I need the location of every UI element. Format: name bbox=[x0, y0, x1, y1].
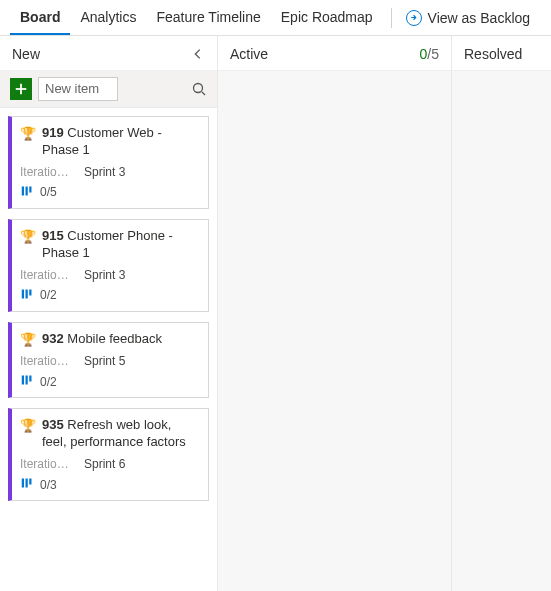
card-title-row: 🏆 932 Mobile feedback bbox=[20, 331, 198, 349]
svg-rect-6 bbox=[22, 289, 24, 298]
card-meta-row: Iteration … Sprint 5 bbox=[20, 354, 198, 368]
column-new-header: New bbox=[0, 36, 217, 70]
card-id: 932 bbox=[42, 331, 64, 346]
svg-rect-12 bbox=[22, 479, 24, 488]
card-field-label: Iteration … bbox=[20, 457, 74, 471]
card-field-value: Sprint 6 bbox=[84, 457, 125, 471]
column-resolved-body[interactable] bbox=[452, 70, 551, 591]
epic-trophy-icon: 🏆 bbox=[20, 229, 36, 246]
new-item-input[interactable]: New item bbox=[38, 77, 118, 101]
tab-analytics[interactable]: Analytics bbox=[70, 0, 146, 35]
cards-list-new: 🏆 919 Customer Web - Phase 1 Iteration …… bbox=[0, 108, 217, 509]
column-active: Active 0/5 bbox=[218, 36, 452, 591]
column-resolved-title: Resolved bbox=[464, 46, 522, 62]
wip-limit-badge: 0/5 bbox=[420, 46, 439, 62]
column-resolved: Resolved bbox=[452, 36, 551, 591]
card-field-value: Sprint 3 bbox=[84, 165, 125, 179]
column-active-body[interactable] bbox=[218, 70, 451, 591]
card-progress: 0/3 bbox=[40, 478, 57, 492]
card-field-value: Sprint 5 bbox=[84, 354, 125, 368]
card-progress-row: 0/2 bbox=[20, 374, 198, 389]
svg-rect-13 bbox=[26, 479, 28, 488]
epic-trophy-icon: 🏆 bbox=[20, 332, 36, 349]
arrow-right-circle-icon bbox=[406, 10, 422, 26]
svg-rect-10 bbox=[26, 376, 28, 385]
board-column-icon bbox=[20, 288, 34, 303]
svg-rect-1 bbox=[16, 88, 27, 90]
chevron-left-icon[interactable] bbox=[191, 47, 205, 61]
card-id: 919 bbox=[42, 125, 64, 140]
card-field-label: Iteration … bbox=[20, 165, 74, 179]
tabs-left: Board Analytics Feature Timeline Epic Ro… bbox=[10, 0, 383, 35]
svg-rect-11 bbox=[29, 376, 31, 382]
svg-point-2 bbox=[194, 83, 203, 92]
column-active-title: Active bbox=[230, 46, 268, 62]
wip-limit: /5 bbox=[427, 46, 439, 62]
card-field-label: Iteration … bbox=[20, 354, 74, 368]
column-active-header: Active 0/5 bbox=[218, 36, 451, 70]
card-meta-row: Iteration … Sprint 6 bbox=[20, 457, 198, 471]
card-915[interactable]: 🏆 915 Customer Phone - Phase 1 Iteration… bbox=[8, 219, 209, 312]
svg-rect-14 bbox=[29, 479, 31, 485]
svg-rect-9 bbox=[22, 376, 24, 385]
card-field-value: Sprint 3 bbox=[84, 268, 125, 282]
svg-rect-3 bbox=[22, 186, 24, 195]
svg-rect-7 bbox=[26, 289, 28, 298]
card-progress-row: 0/3 bbox=[20, 477, 198, 492]
card-progress: 0/2 bbox=[40, 375, 57, 389]
tab-epic-roadmap[interactable]: Epic Roadmap bbox=[271, 0, 383, 35]
card-progress: 0/2 bbox=[40, 288, 57, 302]
column-resolved-header: Resolved bbox=[452, 36, 551, 70]
board-column-icon bbox=[20, 477, 34, 492]
search-icon[interactable] bbox=[191, 81, 207, 97]
card-progress-row: 0/2 bbox=[20, 288, 198, 303]
card-title-row: 🏆 919 Customer Web - Phase 1 bbox=[20, 125, 198, 159]
epic-trophy-icon: 🏆 bbox=[20, 418, 36, 435]
card-progress: 0/5 bbox=[40, 185, 57, 199]
svg-rect-8 bbox=[29, 289, 31, 295]
tabs-bar: Board Analytics Feature Timeline Epic Ro… bbox=[0, 0, 551, 36]
card-title: Mobile feedback bbox=[67, 331, 162, 346]
card-meta-row: Iteration … Sprint 3 bbox=[20, 165, 198, 179]
column-new-title: New bbox=[12, 46, 40, 62]
card-title: Refresh web look, feel, performance fact… bbox=[42, 417, 186, 449]
view-as-backlog-button[interactable]: View as Backlog bbox=[400, 10, 536, 26]
tabs-separator bbox=[391, 8, 392, 28]
card-title-row: 🏆 935 Refresh web look, feel, performanc… bbox=[20, 417, 198, 451]
svg-rect-5 bbox=[29, 186, 31, 192]
board: New New item 🏆 919 Customer Web - Phase … bbox=[0, 36, 551, 591]
svg-rect-4 bbox=[26, 186, 28, 195]
card-title-row: 🏆 915 Customer Phone - Phase 1 bbox=[20, 228, 198, 262]
card-919[interactable]: 🏆 919 Customer Web - Phase 1 Iteration …… bbox=[8, 116, 209, 209]
card-meta-row: Iteration … Sprint 3 bbox=[20, 268, 198, 282]
board-column-icon bbox=[20, 374, 34, 389]
epic-trophy-icon: 🏆 bbox=[20, 126, 36, 143]
tab-board[interactable]: Board bbox=[10, 0, 70, 35]
card-field-label: Iteration … bbox=[20, 268, 74, 282]
board-column-icon bbox=[20, 185, 34, 200]
tab-feature-timeline[interactable]: Feature Timeline bbox=[146, 0, 270, 35]
card-id: 935 bbox=[42, 417, 64, 432]
new-item-row: New item bbox=[0, 70, 217, 108]
card-935[interactable]: 🏆 935 Refresh web look, feel, performanc… bbox=[8, 408, 209, 501]
card-932[interactable]: 🏆 932 Mobile feedback Iteration … Sprint… bbox=[8, 322, 209, 399]
view-as-backlog-label: View as Backlog bbox=[428, 10, 530, 26]
card-id: 915 bbox=[42, 228, 64, 243]
card-progress-row: 0/5 bbox=[20, 185, 198, 200]
column-new: New New item 🏆 919 Customer Web - Phase … bbox=[0, 36, 218, 591]
add-item-button[interactable] bbox=[10, 78, 32, 100]
